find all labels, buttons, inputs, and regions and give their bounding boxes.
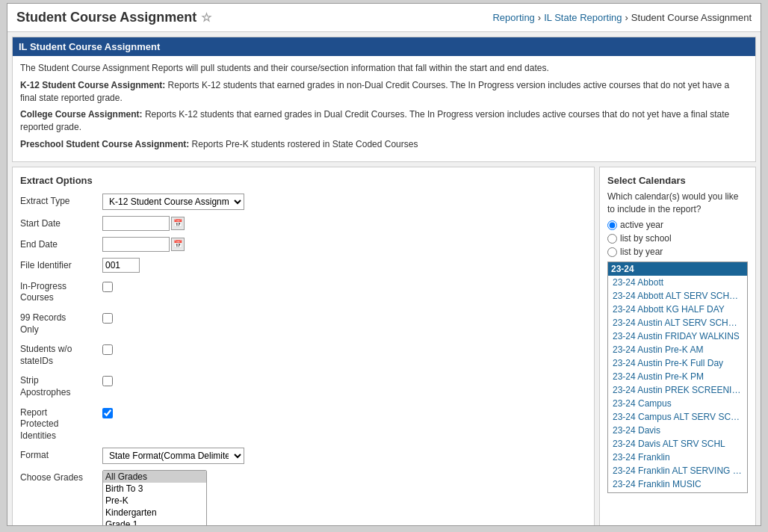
radio-active-year[interactable]: [607, 220, 617, 230]
grades-select[interactable]: All Grades Birth To 3 Pre-K Kindergarten…: [102, 470, 207, 525]
radio-list-by-year[interactable]: [607, 247, 617, 257]
students-wo-stateids-label: Students w/ostateIDs: [20, 341, 102, 367]
list-item[interactable]: 23-24 Austin ALT SERV SCHOOL: [608, 316, 747, 330]
end-date-input[interactable]: [102, 237, 170, 252]
extract-type-label: Extract Type: [20, 194, 102, 206]
extract-options-title: Extract Options: [20, 175, 586, 186]
in-progress-checkbox[interactable]: [102, 282, 113, 292]
choose-grades-label: Choose Grades: [20, 470, 102, 483]
breadcrumb-sep-2: ›: [625, 12, 628, 23]
extract-type-select[interactable]: K-12 Student Course Assignment V2 Colleg…: [102, 194, 244, 210]
breadcrumb: Reporting › IL State Reporting › Student…: [492, 12, 752, 23]
list-item[interactable]: 23-24 Abbott KG HALF DAY: [608, 303, 747, 316]
in-progress-label: In-ProgressCourses: [20, 279, 102, 304]
info-label-3: Preschool Student Course Assignment:: [20, 139, 189, 149]
list-item[interactable]: 23-24 Campus: [608, 397, 747, 410]
list-item[interactable]: 23-24 Austin Pre-K Full Day: [608, 356, 747, 370]
info-line-1: K-12 Student Course Assignment: Reports …: [20, 79, 748, 105]
calendar-list-header: 23-24: [608, 262, 747, 276]
list-item[interactable]: 23-24 Abbott: [608, 276, 747, 289]
start-date-calendar-icon[interactable]: 📅: [171, 217, 185, 230]
strip-apostrophes-label: StripApostrophes: [20, 373, 102, 398]
list-item[interactable]: 23-24 Austin PREK SCREENING: [608, 383, 747, 397]
format-label: Format: [20, 448, 102, 460]
format-select[interactable]: State Format(Comma Delimited) Tab Delimi…: [102, 448, 244, 464]
info-section-header: IL Student Course Assignment: [13, 37, 755, 56]
radio-active-year-label: active year: [620, 220, 663, 230]
list-item[interactable]: 23-24 Franklin: [608, 451, 747, 464]
list-item[interactable]: 23-24 Davis ALT SRV SCHL: [608, 437, 747, 451]
info-label-2: College Course Assignment:: [20, 109, 143, 120]
list-item[interactable]: 23-24 Austin Pre-K PM: [608, 370, 747, 383]
file-identifier-input[interactable]: [102, 258, 140, 273]
breadcrumb-il-state[interactable]: IL State Reporting: [544, 12, 622, 23]
end-date-calendar-icon[interactable]: 📅: [171, 238, 185, 251]
list-item[interactable]: 23-24 Franklin MUSIC: [608, 477, 747, 491]
info-line-3: Preschool Student Course Assignment: Rep…: [20, 138, 748, 151]
start-date-input[interactable]: [102, 216, 170, 231]
file-identifier-label: File Identifier: [20, 258, 102, 270]
list-item[interactable]: 23-24 Davis: [608, 424, 747, 437]
breadcrumb-reporting[interactable]: Reporting: [492, 12, 534, 23]
radio-list-by-school-label: list by school: [620, 233, 672, 244]
info-text-3: Reports Pre-K students rostered in State…: [192, 139, 418, 149]
list-item[interactable]: 23-24 Franklin ALT SERVING SCH: [608, 464, 747, 477]
breadcrumb-current: Student Course Assignment: [631, 12, 752, 23]
calendar-list[interactable]: 23-24 23-24 Abbott 23-24 Abbott ALT SERV…: [607, 262, 748, 493]
list-item[interactable]: 23-24 Austin Pre-K AM: [608, 343, 747, 356]
records-99-checkbox[interactable]: [102, 313, 113, 324]
students-wo-stateids-checkbox[interactable]: [102, 344, 113, 355]
list-item[interactable]: 23-24 Austin FRIDAY WALKINS: [608, 330, 747, 343]
report-protected-label: ReportProtectedIdentities: [20, 405, 102, 442]
page-title: Student Course Assignment: [16, 10, 196, 25]
list-item[interactable]: 23-24 Campus ALT SERV SCHOOL: [608, 410, 747, 424]
strip-apostrophes-checkbox[interactable]: [102, 376, 113, 386]
star-icon[interactable]: ☆: [201, 10, 211, 25]
report-protected-checkbox[interactable]: [102, 408, 113, 418]
info-line-2: College Course Assignment: Reports K-12 …: [20, 108, 748, 134]
select-calendars-title: Select Calendars: [607, 175, 748, 186]
radio-list-by-school[interactable]: [607, 234, 617, 244]
list-item[interactable]: 23-24 Madison: [608, 491, 747, 493]
radio-list-by-year-label: list by year: [620, 247, 663, 257]
breadcrumb-sep-1: ›: [538, 12, 541, 23]
info-label-1: K-12 Student Course Assignment:: [20, 80, 165, 90]
calendar-question: Which calendar(s) would you like to incl…: [607, 191, 748, 216]
info-line-0: The Student Course Assignment Reports wi…: [20, 62, 748, 75]
records-99-label: 99 RecordsOnly: [20, 310, 102, 335]
end-date-label: End Date: [20, 237, 102, 250]
start-date-label: Start Date: [20, 216, 102, 229]
list-item[interactable]: 23-24 Abbott ALT SERV SCHOOL: [608, 289, 747, 303]
